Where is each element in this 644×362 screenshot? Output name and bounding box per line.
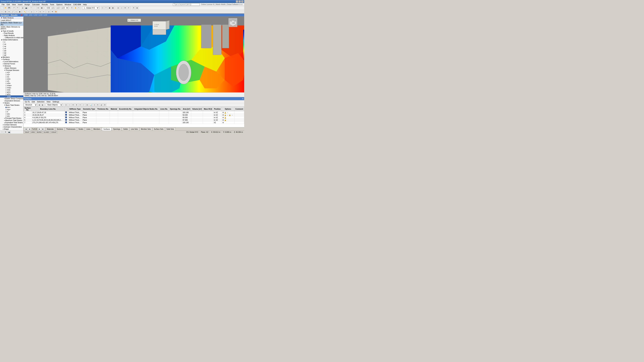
bottom-structure-dropdown[interactable]: Structure (24, 103, 37, 106)
tab-openings[interactable]: Openings (112, 128, 122, 131)
tb-zoom-fit[interactable]: ⊡ (36, 6, 40, 9)
tb-print[interactable]: 🖨 (21, 6, 24, 9)
nav-tau-maxneg[interactable]: τmax- (0, 87, 23, 89)
nav-sigma1-pos[interactable]: σ1+ (0, 71, 23, 73)
tb2-snap[interactable]: ⊹ (0, 10, 4, 13)
nav-members[interactable]: ▶Members (0, 56, 23, 58)
nav-gamma-neg[interactable]: γxy- (0, 113, 23, 115)
tb-zoom-window[interactable]: ▣ (40, 6, 44, 9)
viewport-area[interactable]: CO2 - LC1 + LC2 + LC3 + LC4 (24, 13, 244, 97)
tb2-line[interactable]: ╱ (11, 10, 14, 13)
nav-tau-max[interactable]: τmax (0, 95, 23, 97)
tb2-dimension[interactable]: ↔ (26, 10, 30, 13)
tb-view-side[interactable]: ◧ (111, 6, 115, 9)
tb2-surface[interactable]: ▭ (14, 10, 18, 13)
tb-view-iso[interactable]: ⬡ (101, 6, 104, 9)
tb-redo[interactable]: ↷ (16, 6, 19, 9)
menu-edit[interactable]: Edit (6, 3, 11, 6)
tb-pan[interactable]: ✋ (74, 6, 77, 9)
nav-phi-y[interactable]: φy (0, 52, 23, 54)
bottom-panel-close[interactable]: ✕ (242, 98, 244, 100)
menu-window[interactable]: Window (64, 3, 72, 6)
menu-assign[interactable]: Assign (24, 3, 31, 6)
bottom-menu-view[interactable]: View (46, 100, 52, 103)
tb2-grid[interactable]: ⊞ (4, 10, 7, 13)
nav-type-results[interactable]: ▶Type of results (0, 30, 23, 32)
menu-options[interactable]: Options (55, 3, 64, 6)
tb-render[interactable]: ◈ (116, 6, 120, 9)
tb-wireframe[interactable]: ◇ (120, 6, 123, 9)
nav-differences[interactable]: ○Differences to initial state (0, 36, 23, 39)
bottom-tb-settings[interactable]: ⚙ (103, 103, 106, 106)
tab-lines[interactable]: Lines (85, 128, 92, 131)
status-bgrid[interactable]: BGRID (36, 131, 42, 133)
bottom-tb-next[interactable]: ▶ (41, 103, 44, 106)
tb2-cut[interactable]: ✂ (42, 10, 46, 13)
navigator-pin[interactable]: 📌 (20, 14, 23, 16)
nav-phi-z[interactable]: φz (0, 54, 23, 56)
tb-light[interactable]: ☀ (127, 6, 130, 9)
nav-local-deformations[interactable]: ≡Local Deformations (0, 60, 23, 63)
nav-uz[interactable]: uz (0, 47, 23, 50)
tb-view-top[interactable]: ⊤ (104, 6, 108, 9)
tb-open[interactable]: 📂 (4, 6, 7, 9)
nav-static-analysis[interactable]: ○Static Analysis (0, 34, 23, 36)
tb-results-on[interactable]: R (132, 6, 135, 9)
nav-uy[interactable]: uy (0, 45, 23, 47)
bottom-tb-info[interactable]: ℹ (92, 103, 96, 106)
nav-tau-min[interactable]: τmin (0, 89, 23, 91)
menu-results[interactable]: Results (41, 3, 49, 6)
nav-shape[interactable]: ≡Shape (0, 128, 23, 130)
nav-solids-stresses[interactable]: Solids | Basic Stresses σy [kN/m²] (0, 26, 23, 30)
nav-exx-pos[interactable]: εxx+ (0, 106, 23, 108)
tb2-isolate[interactable]: ◎ (47, 10, 50, 13)
tb-settings[interactable]: ⚙ (124, 6, 127, 9)
nav-btn-add[interactable]: + (0, 131, 4, 134)
nav-equiv-stresses[interactable]: ≡Equivalent Stresses (0, 100, 23, 102)
coord-dropdown[interactable]: 1 - Global XYZ (82, 6, 99, 9)
tb-animation[interactable]: ▶ (136, 6, 139, 9)
nav-loads[interactable]: Loads [kN/m²] (0, 19, 23, 22)
tb2-node[interactable]: ● (8, 10, 11, 13)
table-row[interactable]: 4 4-9,268,37-58,270 Without Thick... Pla… (24, 116, 244, 119)
nav-strains-group[interactable]: ▼Strains (0, 102, 23, 104)
tb-undo[interactable]: ↶ (12, 6, 16, 9)
tb2-color[interactable]: 🎨 (54, 10, 58, 13)
nav-equiv-total-strains[interactable]: ≡Equivalent Total Strains (0, 121, 23, 124)
bottom-tb-chart[interactable]: 📊 (89, 103, 92, 106)
nav-phi1m[interactable]: φ1m (0, 91, 23, 93)
table-row[interactable]: 1 16,17,28,65-47,18 Without Thick... Pla… (24, 111, 244, 114)
tb-new[interactable]: 📄 (0, 6, 4, 9)
page-next[interactable]: ▶ (38, 128, 41, 131)
tb2-angle[interactable]: ∠ (30, 10, 33, 13)
nav-sigma2-pos[interactable]: σ2+ (0, 73, 23, 76)
table-row[interactable]: 3 19-26,36-45,27 Without Thick... Plane (24, 114, 244, 116)
bottom-menu-edit[interactable]: Edit (31, 100, 36, 103)
menu-insert[interactable]: Insert (17, 3, 24, 6)
menu-tools[interactable]: Tools (49, 3, 55, 6)
tb2-section[interactable]: ⊝ (38, 10, 42, 13)
nav-btn-camera[interactable]: 📷 (8, 131, 11, 134)
nav-max-total-strains[interactable]: ≡Maximum Total Strains (0, 119, 23, 121)
nav-sigma1m[interactable]: σ1m (0, 78, 23, 80)
bottom-menu-goto[interactable]: Go To (24, 100, 31, 103)
bottom-menu-settings[interactable]: Settings (52, 100, 60, 103)
status-glines[interactable]: GLINES (43, 131, 50, 133)
status-grid[interactable]: GRID (30, 131, 36, 133)
menu-calculate[interactable]: Calculate (31, 3, 41, 6)
nav-principal-total-strains[interactable]: ≡Principal Total Strains (0, 117, 23, 119)
tb-view-front[interactable]: ▣ (108, 6, 111, 9)
tab-solids[interactable]: Solids (122, 128, 129, 131)
tab-line-sets[interactable]: Line Sets (129, 128, 139, 131)
page-prev[interactable]: ◀ (28, 128, 31, 131)
tab-solid-sets[interactable]: Solid Sets (165, 128, 176, 131)
nav-principal-stresses[interactable]: ▼Principal Stresses (0, 69, 23, 71)
nav-surfaces-group[interactable]: ▼Surfaces (0, 58, 23, 60)
nav-global-deformations[interactable]: ▶Global Deformations (0, 39, 23, 41)
bottom-tb-export[interactable]: ⬆ (72, 103, 75, 106)
bottom-tb-print[interactable]: 🖨 (100, 103, 103, 106)
tb2-measure[interactable]: 📏 (23, 10, 26, 13)
tb2-solid[interactable]: ◼ (18, 10, 21, 13)
status-osnap[interactable]: OSNAP (50, 131, 58, 133)
close-button[interactable]: ✕ (241, 0, 244, 3)
